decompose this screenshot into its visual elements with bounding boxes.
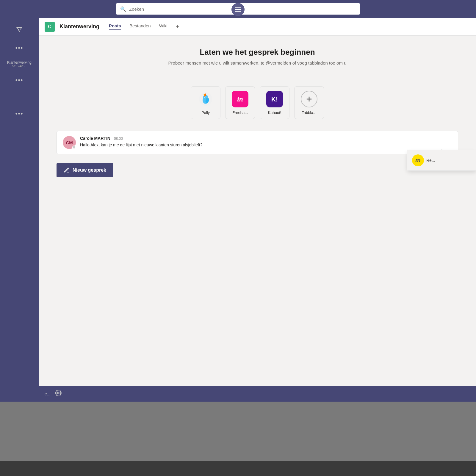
tab-bestanden[interactable]: Bestanden xyxy=(129,23,151,30)
filter-icon[interactable] xyxy=(13,24,25,36)
settings-icon[interactable] xyxy=(55,390,62,398)
polly-icon-circle xyxy=(197,91,214,107)
conversation-title: Laten we het gesprek beginnen xyxy=(57,48,458,57)
tab-add[interactable]: + xyxy=(176,23,179,30)
taskbar xyxy=(0,402,476,461)
avatar: CM xyxy=(63,136,76,149)
new-convo-button[interactable]: Nieuw gesprek xyxy=(57,163,113,177)
app-icons-row: Polly in Freeha... xyxy=(57,86,458,119)
sidebar-more-dots-3[interactable]: ••• xyxy=(15,110,23,117)
posts-area: Laten we het gesprek beginnen Probeer me… xyxy=(39,36,476,386)
app-card-kahoot[interactable]: K! Kahoot! xyxy=(260,86,289,119)
sidebar-more-dots-2[interactable]: ••• xyxy=(15,77,23,84)
dark-bottom-bar xyxy=(0,461,476,476)
tooltip-overlay: 1/7 Gesprek voeren m Re... xyxy=(408,152,476,171)
kahoot-icon-circle: K! xyxy=(266,91,283,107)
app-card-freehand[interactable]: in Freeha... xyxy=(225,86,255,119)
message-card: CM Carole MARTIN 08:00 Hallo Alex, kan j… xyxy=(57,131,458,154)
bottom-status-bar: e... xyxy=(39,386,476,402)
tab-posts[interactable]: Posts xyxy=(109,23,121,30)
bottom-panel: m Re... xyxy=(407,150,476,170)
search-icon: 🔍 xyxy=(120,6,126,12)
avatar-status xyxy=(72,145,76,149)
miro-logo: m xyxy=(412,154,424,166)
sidebar-channel-item[interactable]: Klantenwerving od18-425... xyxy=(7,60,32,68)
app-card-polly[interactable]: Polly xyxy=(191,86,220,119)
bottom-user-label: e... xyxy=(45,392,50,396)
add-icon-circle xyxy=(301,91,317,107)
svg-point-6 xyxy=(204,96,205,97)
message-content: Carole MARTIN 08:00 Hallo Alex, kan je m… xyxy=(80,136,452,149)
freehand-label: Freeha... xyxy=(232,110,248,115)
re-label: Re... xyxy=(426,158,435,163)
polly-label: Polly xyxy=(201,110,210,115)
channel-name: Klantenwerving xyxy=(60,24,99,30)
content-area: C Klantenwerving Posts Bestanden Wiki + … xyxy=(39,18,476,402)
svg-text:K!: K! xyxy=(271,96,278,103)
hamburger-button[interactable] xyxy=(231,3,245,16)
sidebar: ••• Klantenwerving od18-425... ••• ••• xyxy=(0,18,39,402)
more-apps-label: Tabbla... xyxy=(302,110,316,115)
top-bar: 🔍 xyxy=(0,0,476,18)
sidebar-more-dots-1[interactable]: ••• xyxy=(15,45,23,51)
svg-text:in: in xyxy=(237,95,243,103)
sender-name: Carole MARTIN xyxy=(80,136,110,141)
channel-avatar: C xyxy=(45,22,55,32)
message-time: 08:00 xyxy=(114,137,123,141)
edit-icon xyxy=(64,167,70,173)
kahoot-label: Kahoot! xyxy=(268,110,281,115)
message-header: Carole MARTIN 08:00 xyxy=(80,136,452,141)
app-card-more[interactable]: Tabbla... xyxy=(294,86,324,119)
main-area: ••• Klantenwerving od18-425... ••• ••• C… xyxy=(0,18,476,402)
tab-wiki[interactable]: Wiki xyxy=(159,23,167,30)
svg-marker-0 xyxy=(17,28,22,32)
channel-header: C Klantenwerving Posts Bestanden Wiki + xyxy=(39,18,476,36)
invision-icon-circle: in xyxy=(232,91,248,107)
channel-tabs: Posts Bestanden Wiki + xyxy=(109,23,179,30)
conversation-start: Laten we het gesprek beginnen Probeer me… xyxy=(57,48,458,74)
conversation-subtitle: Probeer mensen met wie u wilt samenwerke… xyxy=(153,60,361,65)
message-text: Hallo Alex, kan je me de lijst met nieuw… xyxy=(80,143,452,147)
svg-point-16 xyxy=(58,392,60,394)
